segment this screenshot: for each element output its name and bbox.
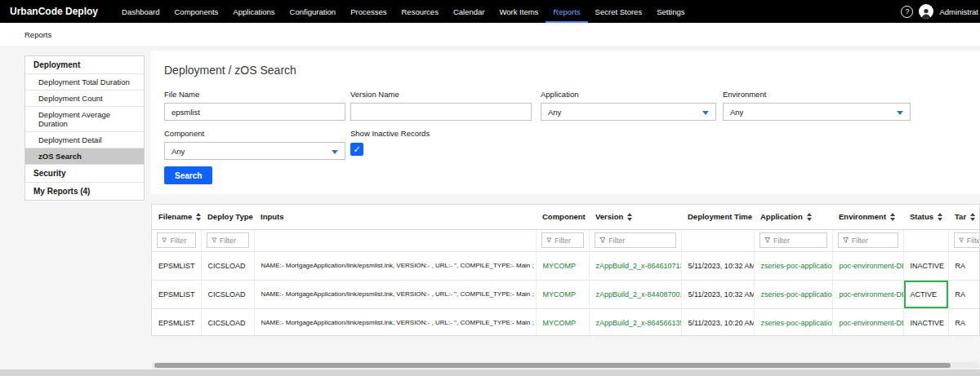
user-name[interactable]: Administrat [939, 7, 978, 16]
environment-link[interactable]: poc-environment-DEV [840, 319, 904, 327]
application-link[interactable]: zseries-poc-application [761, 262, 833, 270]
status-badge: INACTIVE [911, 262, 945, 270]
sort-icon[interactable] [890, 213, 895, 221]
table-header-row: Filename Deploy Type Inputs Component Ve… [152, 205, 980, 229]
filter-cell-version [589, 229, 681, 251]
version-link[interactable]: zAppBuild_2_x-864566135 [596, 319, 682, 327]
sidebar-item-zos-search[interactable]: zOS Search [25, 148, 144, 165]
breadcrumb-bar: Reports [0, 23, 980, 46]
sidebar-section-security[interactable]: Security [25, 165, 144, 183]
component-select[interactable]: Any [164, 142, 345, 160]
user-avatar-icon[interactable] [919, 4, 933, 19]
app-brand: UrbanCode Deploy [0, 0, 114, 23]
application-link[interactable]: zseries-poc-application [761, 290, 833, 299]
version-name-field-group: Version Name [350, 90, 532, 121]
cell-component: MYCOMP [536, 251, 589, 280]
cell-deployment-time: 5/11/2023, 10:32 AM [681, 251, 754, 280]
column-header-filename[interactable]: Filename [152, 205, 201, 229]
sidebar-item-deployment-total-duration[interactable]: Deployment Total Duration [25, 74, 144, 91]
sidebar-section-deployment[interactable]: Deployment [25, 56, 144, 74]
component-link[interactable]: MYCOMP [543, 290, 577, 299]
show-inactive-field-group: Show Inactive Records ✓ [350, 129, 430, 156]
filter-input-filename[interactable] [170, 237, 190, 245]
cell-deployment-time: 5/11/2023, 10:32 AM [681, 280, 754, 308]
nav-item-processes[interactable]: Processes [343, 0, 394, 23]
show-inactive-checkbox[interactable]: ✓ [350, 143, 363, 156]
nav-item-components[interactable]: Components [167, 0, 226, 23]
table-row: EPSMLIST CICSLOAD NAME:- MortgageApplica… [152, 280, 980, 308]
environment-field-group: Environment Any [723, 90, 911, 121]
cell-environment: poc-environment-DEV [832, 308, 903, 336]
filter-input-version[interactable] [608, 237, 670, 245]
environment-select[interactable]: Any [723, 103, 911, 121]
nav-item-work-items[interactable]: Work Items [492, 0, 546, 23]
cell-environment: poc-environment-DEV [832, 251, 903, 280]
cell-deploy-type: CICSLOAD [201, 280, 254, 308]
sort-icon[interactable] [627, 213, 632, 221]
filter-input-component[interactable] [555, 237, 578, 245]
filter-cell-filename [152, 229, 201, 251]
reports-sidebar: Deployment Deployment Total Duration Dep… [24, 55, 145, 201]
column-header-target[interactable]: Tar [948, 205, 980, 229]
sidebar-item-deployment-count[interactable]: Deployment Count [25, 91, 144, 107]
nav-item-resources[interactable]: Resources [394, 0, 445, 23]
application-select[interactable]: Any [541, 103, 716, 121]
filter-input-environment[interactable] [852, 237, 893, 245]
filter-input-deploy-type[interactable] [220, 237, 243, 245]
column-header-component[interactable]: Component [536, 205, 589, 229]
nav-item-configuration[interactable]: Configuration [283, 0, 344, 23]
cell-application: zseries-poc-application [754, 308, 832, 336]
nav-item-applications[interactable]: Applications [225, 0, 282, 23]
nav-item-dashboard[interactable]: Dashboard [114, 0, 167, 23]
component-link[interactable]: MYCOMP [543, 262, 577, 270]
file-name-field-group: File Name [164, 90, 345, 121]
nav-item-reports[interactable]: Reports [546, 0, 587, 23]
filter-icon [599, 237, 606, 244]
cell-deploy-type: CICSLOAD [201, 251, 254, 280]
filter-input-application[interactable] [773, 237, 822, 245]
column-header-deployment-time[interactable]: Deployment Time [681, 205, 754, 229]
environment-link[interactable]: poc-environment-DEV [840, 262, 904, 270]
column-header-environment[interactable]: Environment [832, 205, 903, 229]
cell-filename: EPSMLIST [152, 308, 201, 336]
cell-deployment-time: 5/11/2023, 10:20 AM [681, 308, 754, 336]
component-link[interactable]: MYCOMP [543, 319, 577, 327]
column-header-version[interactable]: Version [589, 205, 681, 229]
column-header-deploy-type[interactable]: Deploy Type [201, 205, 254, 229]
breadcrumb[interactable]: Reports [24, 30, 51, 39]
column-header-status[interactable]: Status [903, 205, 948, 229]
bottom-edge-strip [0, 369, 980, 376]
help-icon[interactable]: ? [901, 6, 913, 18]
sort-icon[interactable] [970, 213, 975, 221]
cell-version: zAppBuild_2_x-864610713 [589, 251, 681, 280]
version-link[interactable]: zAppBuild_2_x-844087001 [596, 290, 682, 299]
scrollbar-thumb[interactable] [154, 363, 951, 368]
filter-input-target[interactable] [967, 237, 980, 245]
version-name-input[interactable] [350, 103, 532, 121]
cell-target: RA [948, 251, 980, 280]
horizontal-scrollbar[interactable] [152, 362, 979, 369]
page-title: Deployment / zOS Search [164, 64, 296, 77]
results-table-container: Filename Deploy Type Inputs Component Ve… [151, 204, 980, 336]
nav-item-calendar[interactable]: Calendar [446, 0, 492, 23]
nav-item-secret-stores[interactable]: Secret Stores [588, 0, 650, 23]
filter-cell-inputs [254, 229, 536, 251]
sidebar-section-my-reports[interactable]: My Reports (4) [25, 183, 144, 200]
status-badge: INACTIVE [911, 319, 945, 327]
environment-label: Environment [723, 90, 911, 99]
nav-item-settings[interactable]: Settings [649, 0, 692, 23]
sort-icon[interactable] [807, 213, 812, 221]
version-link[interactable]: zAppBuild_2_x-864610713 [596, 262, 682, 270]
search-button[interactable]: Search [164, 166, 212, 184]
filter-icon [843, 237, 849, 244]
environment-link[interactable]: poc-environment-DEV [840, 290, 904, 299]
sort-icon[interactable] [938, 213, 942, 221]
sidebar-item-deployment-detail[interactable]: Deployment Detail [25, 132, 144, 148]
cell-deploy-type: CICSLOAD [201, 308, 254, 336]
application-link[interactable]: zseries-poc-application [761, 319, 833, 327]
sort-icon[interactable] [196, 213, 201, 221]
file-name-input[interactable] [164, 103, 345, 121]
column-header-application[interactable]: Application [754, 205, 832, 229]
sidebar-item-deployment-average-duration[interactable]: Deployment Average Duration [25, 107, 144, 132]
table-filter-row [152, 229, 980, 251]
